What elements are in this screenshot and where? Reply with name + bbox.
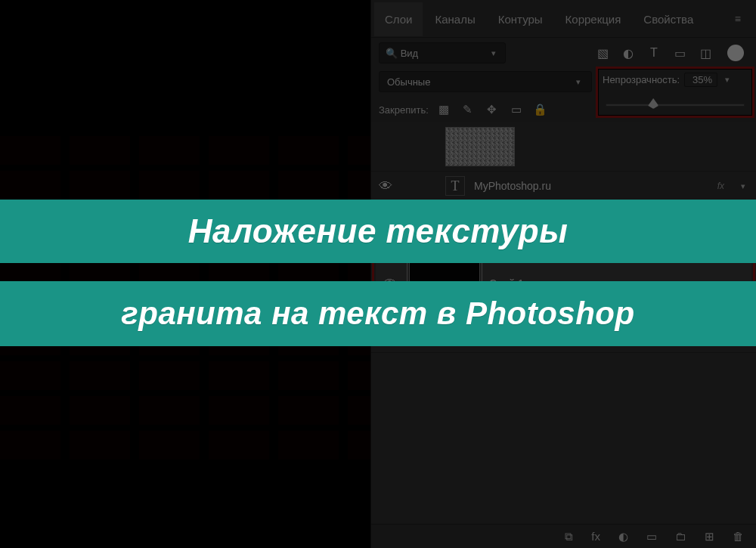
brick-texture-bottom (0, 346, 370, 460)
filter-toggle-icon[interactable] (727, 45, 744, 61)
layer-kind-select[interactable]: 🔍 Вид ▾ (379, 42, 506, 63)
mask-icon[interactable]: ◐ (618, 530, 628, 543)
chevron-down-icon[interactable]: ▾ (738, 181, 748, 191)
title-text-1: Наложение текстуры (188, 212, 569, 250)
opacity-line: Непрозрачность: 35% ▾ (603, 70, 748, 88)
tab-adjustments[interactable]: Коррекция (555, 2, 632, 35)
layer-text-myphotoshop[interactable]: 👁 T MyPhotoshop.ru fx ▾ (371, 172, 756, 201)
layer-thumbnail-granite[interactable] (445, 127, 515, 166)
opacity-label: Непрозрачность: (603, 74, 680, 85)
slider-thumb[interactable] (648, 98, 658, 109)
blend-row: Обычные ▾ Непрозрачность: 35% ▾ (371, 68, 756, 95)
tab-paths[interactable]: Контуры (488, 2, 553, 35)
link-layers-icon[interactable]: ⧉ (565, 530, 573, 543)
layer-panel-footer: ⧉ fx ◐ ▭ 🗀 ⊞ 🗑 (371, 524, 756, 548)
type-layer-icon: T (445, 176, 465, 196)
tab-channels[interactable]: Каналы (424, 2, 485, 35)
fx-badge[interactable]: fx (717, 181, 729, 191)
filter-type-icon[interactable]: T (646, 45, 662, 61)
lock-brush-icon[interactable]: ✎ (460, 103, 476, 116)
delete-icon[interactable]: 🗑 (733, 530, 744, 543)
title-banner-line1: Наложение текстуры (0, 200, 756, 263)
tab-properties[interactable]: Свойства (633, 2, 704, 35)
canvas-area (0, 0, 370, 548)
title-text-2: гранита на текст в Photoshop (121, 296, 634, 332)
fx-icon[interactable]: fx (591, 530, 600, 543)
lock-label: Закрепить: (379, 104, 429, 116)
visibility-toggle[interactable]: 👁 (376, 178, 395, 194)
chevron-down-icon: ▾ (573, 77, 584, 87)
chevron-down-icon: ▾ (488, 48, 499, 58)
brick-texture-mid (0, 263, 370, 281)
opacity-value[interactable]: 35% (684, 73, 717, 87)
new-fill-icon[interactable]: ▭ (646, 530, 657, 543)
filter-adjust-icon[interactable]: ◐ (620, 45, 637, 61)
brick-texture-top (0, 133, 370, 200)
filter-image-icon[interactable]: ▧ (594, 45, 611, 61)
opacity-highlight-box: Непрозрачность: 35% ▾ (596, 67, 754, 118)
lock-all-icon[interactable]: 🔒 (533, 103, 548, 116)
layer-name[interactable]: MyPhotoshop.ru (474, 180, 551, 192)
filter-shape-icon[interactable]: ▭ (671, 45, 688, 61)
lock-move-icon[interactable]: ✥ (485, 103, 500, 116)
title-banner-line2: гранита на текст в Photoshop (0, 281, 756, 346)
panel-tabs: Слои Каналы Контуры Коррекция Свойства ≡ (371, 0, 756, 38)
layer-granite[interactable] (371, 122, 756, 172)
tab-layers[interactable]: Слои (374, 2, 423, 36)
filter-icons: ▧ ◐ T ▭ ◫ (594, 45, 748, 61)
kind-label: Вид (401, 48, 419, 59)
filter-row: 🔍 Вид ▾ ▧ ◐ T ▭ ◫ (371, 38, 756, 68)
layers-panel: Слои Каналы Контуры Коррекция Свойства ≡… (370, 0, 756, 548)
chevron-down-icon[interactable]: ▾ (722, 75, 733, 85)
lock-pixels-icon[interactable]: ▩ (436, 103, 451, 116)
lock-icons: ▩ ✎ ✥ ▭ 🔒 (436, 103, 548, 116)
filter-smart-icon[interactable]: ◫ (697, 45, 714, 61)
slider-track (606, 104, 745, 107)
opacity-slider[interactable] (603, 96, 748, 113)
lock-artboard-icon[interactable]: ▭ (509, 103, 524, 116)
blend-mode-select[interactable]: Обычные ▾ (379, 71, 592, 92)
panel-menu-icon[interactable]: ≡ (723, 7, 753, 31)
group-icon[interactable]: 🗀 (675, 530, 686, 543)
blend-mode-value: Обычные (387, 76, 430, 88)
new-layer-icon[interactable]: ⊞ (705, 530, 714, 543)
